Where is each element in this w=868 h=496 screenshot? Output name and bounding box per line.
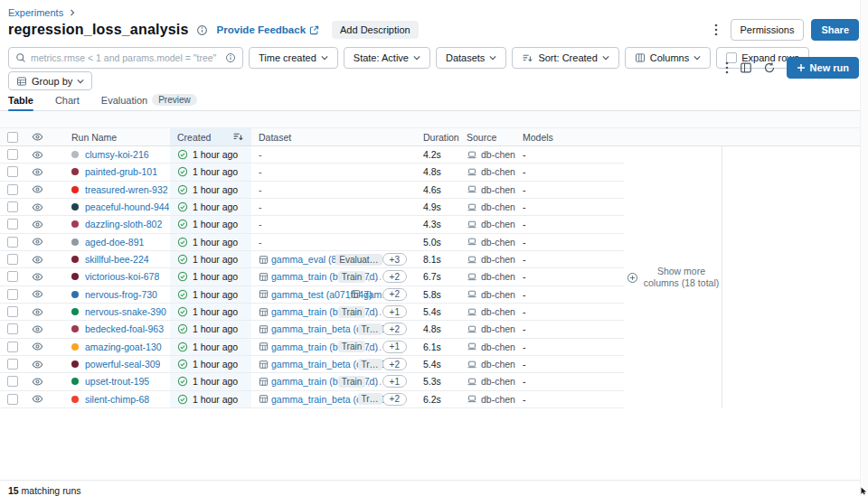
row-visibility-eye-icon[interactable] (32, 341, 43, 352)
dataset-cell: - (251, 182, 416, 198)
run-name-link[interactable]: amazing-goat-130 (85, 342, 162, 352)
run-finished-check-icon (177, 219, 188, 229)
row-visibility-eye-icon[interactable] (32, 201, 43, 213)
add-description-button[interactable]: Add Description (332, 21, 419, 39)
datasets-filter-button[interactable]: Datasets (436, 47, 506, 69)
time-created-filter-button[interactable]: Time created (249, 47, 338, 69)
dataset-count-pill[interactable]: +2 (382, 358, 407, 370)
select-all-checkbox[interactable] (7, 132, 18, 143)
source-name: db-chen… (481, 289, 515, 300)
tab-table[interactable]: Table (8, 93, 33, 110)
row-checkbox[interactable] (7, 289, 18, 300)
info-icon[interactable] (196, 24, 208, 36)
row-visibility-eye-icon[interactable] (32, 306, 43, 318)
source-cell: db-chen… (459, 286, 515, 303)
columns-label: Columns (650, 52, 689, 63)
row-visibility-eye-icon[interactable] (32, 323, 43, 335)
row-checkbox[interactable] (7, 323, 18, 334)
run-name-link[interactable]: clumsy-koi-216 (85, 149, 149, 160)
runs-kebab-menu-icon[interactable] (725, 61, 729, 74)
refresh-icon[interactable] (763, 61, 776, 74)
run-name-link[interactable]: skillful-bee-224 (85, 254, 149, 265)
row-checkbox[interactable] (7, 184, 18, 195)
column-header-models[interactable]: Models (515, 128, 624, 145)
permissions-button[interactable]: Permissions (731, 19, 805, 41)
dataset-count-pill[interactable]: +3 (382, 253, 407, 266)
row-checkbox[interactable] (7, 219, 18, 229)
side-panel-icon[interactable] (740, 61, 752, 74)
row-checkbox[interactable] (7, 359, 18, 370)
dataset-count-pill[interactable]: +2 (382, 270, 407, 283)
sort-label: Sort: Created (538, 52, 597, 63)
dataset-count-pill[interactable]: +2 (382, 393, 407, 406)
row-checkbox[interactable] (7, 237, 18, 248)
visibility-column-icon[interactable] (32, 131, 43, 143)
column-header-dataset[interactable]: Dataset (251, 128, 416, 145)
row-checkbox[interactable] (7, 271, 18, 282)
row-visibility-eye-icon[interactable] (32, 166, 43, 178)
run-name-link[interactable]: nervous-snake-390 (85, 306, 166, 317)
row-visibility-eye-icon[interactable] (32, 254, 43, 266)
run-name-link[interactable]: upset-trout-195 (85, 376, 149, 387)
row-visibility-eye-icon[interactable] (32, 183, 43, 195)
row-visibility-eye-icon[interactable] (32, 376, 43, 388)
column-header-created[interactable]: Created (170, 128, 251, 145)
run-name-link[interactable]: treasured-wren-932 (85, 184, 168, 195)
run-name-link[interactable]: dazzling-sloth-802 (85, 219, 162, 229)
header-kebab-menu-icon[interactable] (709, 22, 723, 38)
search-info-icon[interactable] (225, 52, 236, 63)
row-visibility-eye-icon[interactable] (32, 359, 43, 370)
run-name-link[interactable]: painted-grub-101 (85, 166, 157, 177)
vertical-scrollbar[interactable] (860, 0, 868, 496)
row-checkbox[interactable] (7, 254, 18, 265)
row-checkbox[interactable] (7, 201, 18, 212)
share-button[interactable]: Share (811, 19, 859, 41)
row-visibility-eye-icon[interactable] (32, 236, 43, 248)
run-name-link[interactable]: powerful-seal-309 (85, 359, 160, 370)
search-input[interactable] (31, 52, 221, 63)
columns-button[interactable]: Columns (625, 47, 711, 69)
new-run-button[interactable]: New run (787, 57, 859, 79)
run-name-link[interactable]: nervous-frog-730 (85, 289, 157, 300)
sort-button[interactable]: Sort: Created (512, 47, 618, 69)
breadcrumb: Experiments (8, 7, 76, 18)
row-visibility-eye-icon[interactable] (32, 219, 43, 230)
tab-chart[interactable]: Chart (55, 93, 80, 110)
row-checkbox[interactable] (7, 166, 18, 177)
sort-descending-icon[interactable] (232, 131, 244, 143)
column-header-run-name[interactable]: Run Name (49, 128, 170, 145)
row-visibility-eye-icon[interactable] (32, 149, 43, 161)
run-finished-check-icon (177, 166, 188, 177)
dataset-count-pill[interactable]: +1 (382, 341, 407, 353)
group-by-button[interactable]: Group by (8, 71, 92, 90)
provide-feedback-link[interactable]: Provide Feedback (217, 24, 319, 35)
run-name-link[interactable]: silent-chimp-68 (85, 394, 149, 405)
source-name: db-chen… (481, 201, 515, 212)
dataset-count-pill[interactable]: +2 (382, 288, 407, 301)
row-checkbox[interactable] (7, 394, 18, 405)
show-more-columns-button[interactable]: Show more columns (18 total) (627, 266, 720, 289)
search-box[interactable] (8, 47, 243, 69)
mouse-cursor (861, 487, 867, 495)
dataset-context-tag: Train (338, 376, 365, 388)
row-visibility-eye-icon[interactable] (32, 393, 43, 405)
row-checkbox[interactable] (7, 342, 18, 352)
run-name-link[interactable]: bedecked-foal-963 (85, 323, 164, 334)
tab-evaluation[interactable]: EvaluationPreview (101, 93, 197, 110)
row-visibility-eye-icon[interactable] (32, 288, 43, 300)
row-checkbox[interactable] (7, 306, 18, 317)
breadcrumb-experiments-link[interactable]: Experiments (8, 7, 63, 18)
run-name-link[interactable]: peaceful-hound-944 (85, 201, 169, 212)
dataset-count-pill[interactable]: +2 (382, 323, 407, 335)
dataset-count-pill[interactable]: +1 (382, 305, 407, 318)
row-visibility-eye-icon[interactable] (32, 271, 43, 283)
dataset-count-pill[interactable]: +1 (382, 375, 407, 388)
row-checkbox[interactable] (7, 149, 18, 160)
column-header-source[interactable]: Source (459, 128, 515, 145)
run-name-link[interactable]: aged-doe-891 (85, 237, 144, 248)
column-header-duration[interactable]: Duration (416, 128, 459, 145)
table-row: painted-grub-1011 hour ago-4.8sdb-chen…- (0, 164, 624, 181)
run-name-link[interactable]: victorious-koi-678 (85, 271, 159, 282)
row-checkbox[interactable] (7, 376, 18, 387)
state-filter-button[interactable]: State: Active (344, 47, 430, 69)
